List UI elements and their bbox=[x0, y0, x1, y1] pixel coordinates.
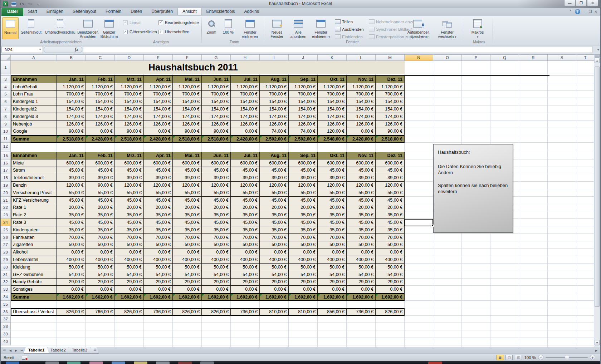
sum-cell[interactable]: 1.692,00 € bbox=[202, 293, 231, 301]
data-cell[interactable]: 154,00 € bbox=[376, 105, 405, 113]
row-label[interactable]: Benzin bbox=[11, 182, 57, 189]
gridlines-checkbox[interactable]: ✓Gitternetzlinien bbox=[123, 29, 157, 35]
row-label[interactable]: Kindergarten bbox=[11, 226, 57, 234]
page-layout-toggle[interactable]: ▢ bbox=[505, 355, 513, 360]
sum-cell[interactable]: 2.502,00 € bbox=[260, 135, 289, 143]
data-cell[interactable]: 50,00 € bbox=[231, 241, 260, 249]
data-cell[interactable]: 50,00 € bbox=[115, 241, 144, 249]
column-header-S[interactable]: S bbox=[548, 55, 576, 61]
data-cell[interactable]: 55,00 € bbox=[289, 189, 318, 197]
data-cell[interactable]: 0,00 € bbox=[231, 249, 260, 256]
data-cell[interactable]: 35,00 € bbox=[376, 211, 405, 219]
row-label[interactable]: Miete bbox=[11, 159, 57, 167]
sheet-tab-tabelle3[interactable]: Tabelle3 bbox=[67, 347, 92, 354]
data-cell[interactable]: 1.120,00 € bbox=[318, 83, 347, 91]
row-header-40[interactable]: 40 bbox=[1, 338, 11, 345]
data-cell[interactable]: 400,00 € bbox=[202, 256, 231, 264]
taskbar-icon[interactable] bbox=[428, 361, 442, 364]
prev-sheet-icon[interactable]: ◀ bbox=[8, 348, 13, 353]
row-header-31[interactable]: 31 bbox=[1, 271, 11, 279]
data-cell[interactable]: 0,00 € bbox=[144, 286, 173, 293]
column-header-O[interactable]: O bbox=[433, 55, 462, 61]
row-label[interactable]: Kindergeld 3 bbox=[11, 113, 57, 120]
data-cell[interactable]: 1.120,00 € bbox=[144, 83, 173, 91]
data-cell[interactable]: 55,00 € bbox=[57, 189, 86, 197]
data-cell[interactable]: 20,00 € bbox=[260, 204, 289, 212]
sum-row-label[interactable]: Summe bbox=[11, 293, 57, 301]
table-header-label[interactable]: Einnahmen bbox=[11, 76, 57, 83]
data-cell[interactable]: 50,00 € bbox=[376, 264, 405, 271]
data-cell[interactable]: 0,00 € bbox=[202, 249, 231, 256]
data-cell[interactable]: 700,00 € bbox=[318, 91, 347, 98]
data-cell[interactable]: 20,00 € bbox=[144, 204, 173, 212]
data-cell[interactable]: 154,00 € bbox=[202, 98, 231, 105]
data-cell[interactable]: 154,00 € bbox=[289, 105, 318, 113]
data-cell[interactable]: 700,00 € bbox=[347, 91, 376, 98]
data-cell[interactable]: 70,00 € bbox=[144, 234, 173, 241]
zoom-out-icon[interactable]: − bbox=[538, 355, 543, 360]
data-cell[interactable]: 600,00 € bbox=[318, 159, 347, 167]
data-cell[interactable]: 700,00 € bbox=[173, 91, 202, 98]
data-cell[interactable]: 50,00 € bbox=[144, 264, 173, 271]
data-cell[interactable]: 0,00 € bbox=[376, 286, 405, 293]
data-cell[interactable]: 20,00 € bbox=[376, 204, 405, 212]
data-cell[interactable]: 70,00 € bbox=[289, 234, 318, 241]
data-cell[interactable]: 39,00 € bbox=[202, 174, 231, 182]
data-cell[interactable]: 45,00 € bbox=[173, 167, 202, 174]
data-cell[interactable]: 45,00 € bbox=[376, 197, 405, 204]
data-cell[interactable]: 400,00 € bbox=[231, 256, 260, 264]
row-label[interactable]: Lohn Frau bbox=[11, 91, 57, 98]
data-cell[interactable]: 700,00 € bbox=[260, 91, 289, 98]
data-cell[interactable]: 39,00 € bbox=[347, 174, 376, 182]
data-cell[interactable]: 50,00 € bbox=[231, 264, 260, 271]
table-header-month[interactable]: Sep. 11 bbox=[289, 76, 318, 83]
data-cell[interactable]: 1.120,00 € bbox=[86, 83, 115, 91]
data-cell[interactable]: 0,00 € bbox=[57, 286, 86, 293]
row-label[interactable]: Handy Gebühr bbox=[11, 279, 57, 286]
data-cell[interactable]: 90,00 € bbox=[202, 128, 231, 136]
data-cell[interactable]: 54,00 € bbox=[144, 271, 173, 279]
data-cell[interactable]: 174,00 € bbox=[347, 113, 376, 120]
row-label[interactable]: KFZ Versicherung bbox=[11, 197, 57, 204]
data-cell[interactable]: 400,00 € bbox=[376, 256, 405, 264]
data-cell[interactable]: 154,00 € bbox=[260, 105, 289, 113]
data-cell[interactable]: 154,00 € bbox=[115, 105, 144, 113]
table-header-month[interactable]: Mai. 11 bbox=[173, 152, 202, 159]
data-cell[interactable]: 154,00 € bbox=[231, 98, 260, 105]
data-cell[interactable]: 70,00 € bbox=[318, 234, 347, 241]
new-window-button[interactable]: ✦ Neues Fenster bbox=[267, 17, 287, 39]
data-cell[interactable]: 1.120,00 € bbox=[115, 83, 144, 91]
close-button[interactable]: ✕ bbox=[587, 0, 598, 6]
sum-cell[interactable]: 1.692,00 € bbox=[57, 293, 86, 301]
data-cell[interactable]: 55,00 € bbox=[318, 189, 347, 197]
last-sheet-icon[interactable]: ⏭ bbox=[19, 348, 24, 353]
data-cell[interactable]: 0,00 € bbox=[231, 128, 260, 136]
data-cell[interactable]: 45,00 € bbox=[57, 167, 86, 174]
data-cell[interactable]: 126,00 € bbox=[231, 120, 260, 128]
vertical-scrollbar[interactable]: ▲ ▼ bbox=[594, 55, 600, 347]
data-cell[interactable]: 126,00 € bbox=[202, 120, 231, 128]
data-cell[interactable]: 54,00 € bbox=[115, 271, 144, 279]
zoom-button[interactable]: Zoom bbox=[203, 17, 220, 39]
row-label[interactable]: Kindergeld 1 bbox=[11, 98, 57, 105]
data-cell[interactable]: 45,00 € bbox=[202, 167, 231, 174]
data-cell[interactable]: 120,00 € bbox=[57, 182, 86, 189]
data-cell[interactable]: 0,00 € bbox=[173, 286, 202, 293]
data-cell[interactable]: 54,00 € bbox=[347, 271, 376, 279]
data-cell[interactable]: 174,00 € bbox=[260, 113, 289, 120]
column-header-G[interactable]: G bbox=[202, 55, 231, 61]
sum-cell[interactable]: 2.428,00 € bbox=[86, 135, 115, 143]
row-header-33[interactable]: 33 bbox=[1, 286, 11, 293]
data-cell[interactable]: 35,00 € bbox=[318, 211, 347, 219]
data-cell[interactable]: 50,00 € bbox=[202, 241, 231, 249]
data-cell[interactable]: 126,00 € bbox=[347, 120, 376, 128]
full-screen-button[interactable]: Ganzer Bildschirm bbox=[99, 17, 119, 39]
data-cell[interactable]: 35,00 € bbox=[260, 226, 289, 234]
data-cell[interactable]: 74,00 € bbox=[289, 128, 318, 136]
data-cell[interactable]: 174,00 € bbox=[173, 113, 202, 120]
data-cell[interactable]: 120,00 € bbox=[318, 128, 347, 136]
data-cell[interactable]: 400,00 € bbox=[289, 256, 318, 264]
ribbon-tab-add-ins[interactable]: Add-Ins bbox=[240, 8, 264, 15]
data-cell[interactable]: 0,00 € bbox=[231, 286, 260, 293]
zoom-level[interactable]: 100 % bbox=[524, 355, 536, 360]
